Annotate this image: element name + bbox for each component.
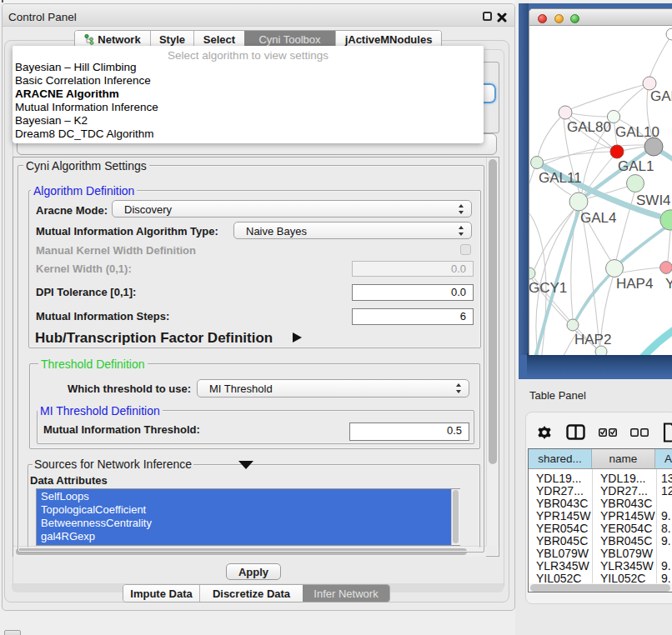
svg-text:Y: Y — [665, 276, 672, 292]
svg-text:GAL11: GAL11 — [539, 170, 582, 186]
svg-text:HAP4: HAP4 — [616, 276, 653, 292]
svg-text:GAL1: GAL1 — [618, 158, 654, 174]
svg-text:GAL4: GAL4 — [580, 210, 616, 226]
svg-text:HAP2: HAP2 — [574, 332, 611, 348]
svg-text:GAL: GAL — [650, 88, 672, 104]
svg-text:GAL80: GAL80 — [567, 119, 611, 135]
svg-text:GAL10: GAL10 — [615, 124, 659, 140]
svg-text:GCY1: GCY1 — [529, 280, 567, 296]
svg-text:SWI4: SWI4 — [636, 192, 671, 208]
